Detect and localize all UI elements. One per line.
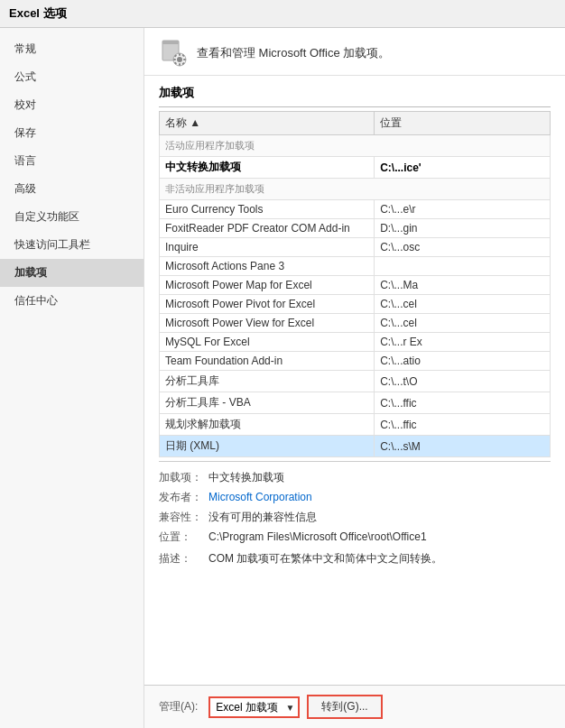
col-location: 位置: [375, 112, 551, 135]
addin-location: C:\...Ma: [375, 276, 551, 295]
svg-rect-6: [173, 59, 176, 60]
addin-name: Microsoft Power Map for Excel: [160, 276, 375, 295]
detail-publisher-row: 发布者： Microsoft Corporation: [159, 489, 551, 505]
svg-point-3: [177, 57, 182, 62]
section-title: 加载项: [159, 76, 551, 107]
table-row[interactable]: MySQL For Excel C:\...r Ex: [160, 333, 551, 352]
addin-name: Microsoft Power Pivot for Excel: [160, 295, 375, 314]
addin-location: C:\...ffic: [375, 414, 551, 436]
addin-name: Inquire: [160, 238, 375, 257]
table-row[interactable]: 规划求解加载项 C:\...ffic: [160, 414, 551, 436]
sidebar-item-general[interactable]: 常规: [0, 35, 144, 63]
addins-table: 名称 ▲ 位置 活动应用程序加载项 中文转换加载项 C:\...ice': [159, 111, 551, 457]
table-row[interactable]: Team Foundation Add-in C:\...atio: [160, 352, 551, 371]
table-row[interactable]: Euro Currency Tools C:\...e\r: [160, 200, 551, 219]
table-row-selected[interactable]: 日期 (XML) C:\...s\M: [160, 436, 551, 457]
svg-rect-7: [183, 59, 186, 60]
goto-button[interactable]: 转到(G)...: [307, 695, 382, 719]
main-content: 查看和管理 Microsoft Office 加载项。 加载项 名称 ▲ 位置: [144, 28, 565, 728]
sidebar-item-advanced[interactable]: 高级: [0, 175, 144, 203]
header-title: 查看和管理 Microsoft Office 加载项。: [197, 45, 390, 61]
col-name[interactable]: 名称 ▲: [160, 112, 375, 135]
details-section: 加载项： 中文转换加载项 发布者： Microsoft Corporation …: [159, 461, 551, 577]
addins-icon: [159, 39, 188, 68]
detail-addin-row: 加载项： 中文转换加载项: [159, 469, 551, 485]
addin-name: FoxitReader PDF Creator COM Add-in: [160, 219, 375, 238]
sidebar-item-proofing[interactable]: 校对: [0, 91, 144, 119]
manage-label: 管理(A):: [159, 699, 198, 714]
addin-name: 日期 (XML): [160, 436, 375, 457]
svg-rect-5: [179, 63, 181, 66]
detail-compat-row: 兼容性： 没有可用的兼容性信息: [159, 509, 551, 525]
addin-location: D:\...gin: [375, 219, 551, 238]
content-area: 加载项 名称 ▲ 位置 活动应用程序加载项 中: [144, 76, 565, 685]
addin-detail-value: 中文转换加载项: [208, 469, 551, 485]
addin-location: [375, 257, 551, 276]
addin-name: Team Foundation Add-in: [160, 352, 375, 371]
addin-location: C:\...s\M: [375, 436, 551, 457]
svg-rect-1: [162, 41, 179, 44]
addin-location: C:\...cel: [375, 314, 551, 333]
sidebar-item-language[interactable]: 语言: [0, 147, 144, 175]
desc-label: 描述：: [159, 550, 208, 567]
location-value: C:\Program Files\Microsoft Office\root\O…: [208, 529, 551, 545]
table-row[interactable]: Microsoft Power Map for Excel C:\...Ma: [160, 276, 551, 295]
publisher-value: Microsoft Corporation: [208, 489, 551, 505]
table-row[interactable]: Microsoft Power Pivot for Excel C:\...ce…: [160, 295, 551, 314]
group-inactive-header: 非活动应用程序加载项: [160, 179, 551, 200]
addin-location: C:\...ffic: [375, 392, 551, 414]
addin-location: C:\...ice': [375, 157, 551, 179]
addin-location: C:\...t\O: [375, 371, 551, 392]
bottom-bar: 管理(A): Excel 加载项 COM 加载项 操作 XML 扩展包 禁用项目…: [144, 685, 565, 728]
table-row[interactable]: Microsoft Actions Pane 3: [160, 257, 551, 276]
addin-name: 分析工具库 - VBA: [160, 392, 375, 414]
sidebar-item-save[interactable]: 保存: [0, 119, 144, 147]
addin-location: C:\...atio: [375, 352, 551, 371]
addin-detail-label: 加载项：: [159, 469, 208, 485]
detail-location-row: 位置： C:\Program Files\Microsoft Office\ro…: [159, 529, 551, 545]
addin-location: C:\...r Ex: [375, 333, 551, 352]
table-row[interactable]: Microsoft Power View for Excel C:\...cel: [160, 314, 551, 333]
addin-name: MySQL For Excel: [160, 333, 375, 352]
manage-select[interactable]: Excel 加载项 COM 加载项 操作 XML 扩展包 禁用项目: [210, 698, 298, 716]
table-row[interactable]: 中文转换加载项 C:\...ice': [160, 157, 551, 179]
group-active-header: 活动应用程序加载项: [160, 135, 551, 157]
compat-label: 兼容性：: [159, 509, 208, 525]
addin-location: C:\...cel: [375, 295, 551, 314]
addin-location: C:\...e\r: [375, 200, 551, 219]
addin-name: Microsoft Actions Pane 3: [160, 257, 375, 276]
addin-name: 中文转换加载项: [160, 157, 375, 179]
main-header: 查看和管理 Microsoft Office 加载项。: [144, 28, 565, 76]
svg-rect-4: [179, 53, 181, 56]
table-row[interactable]: Inquire C:\...osc: [160, 238, 551, 257]
publisher-label: 发布者：: [159, 489, 208, 505]
manage-select-wrapper[interactable]: Excel 加载项 COM 加载项 操作 XML 扩展包 禁用项目 ▼: [208, 696, 300, 718]
location-label: 位置：: [159, 529, 208, 545]
sidebar-item-customize-ribbon[interactable]: 自定义功能区: [0, 203, 144, 231]
sidebar: 常规 公式 校对 保存 语言 高级 自定义功能区 快速访问工具栏 加载项 信任中…: [0, 28, 144, 728]
sidebar-item-addins[interactable]: 加载项: [0, 259, 144, 287]
sidebar-item-trust-center[interactable]: 信任中心: [0, 287, 144, 315]
addin-name: 分析工具库: [160, 371, 375, 392]
dialog-title: Excel 选项: [0, 0, 565, 28]
sidebar-item-formula[interactable]: 公式: [0, 63, 144, 91]
addin-name: 规划求解加载项: [160, 414, 375, 436]
addin-name: Microsoft Power View for Excel: [160, 314, 375, 333]
detail-desc-row: 描述： COM 加载项可在繁体中文和简体中文之间转换。: [159, 550, 551, 567]
table-row[interactable]: 分析工具库 - VBA C:\...ffic: [160, 392, 551, 414]
compat-value: 没有可用的兼容性信息: [208, 509, 551, 525]
addin-name: Euro Currency Tools: [160, 200, 375, 219]
table-row[interactable]: FoxitReader PDF Creator COM Add-in D:\..…: [160, 219, 551, 238]
table-row[interactable]: 分析工具库 C:\...t\O: [160, 371, 551, 392]
addin-location: C:\...osc: [375, 238, 551, 257]
desc-value: COM 加载项可在繁体中文和简体中文之间转换。: [208, 550, 551, 567]
sidebar-item-quick-access[interactable]: 快速访问工具栏: [0, 231, 144, 259]
